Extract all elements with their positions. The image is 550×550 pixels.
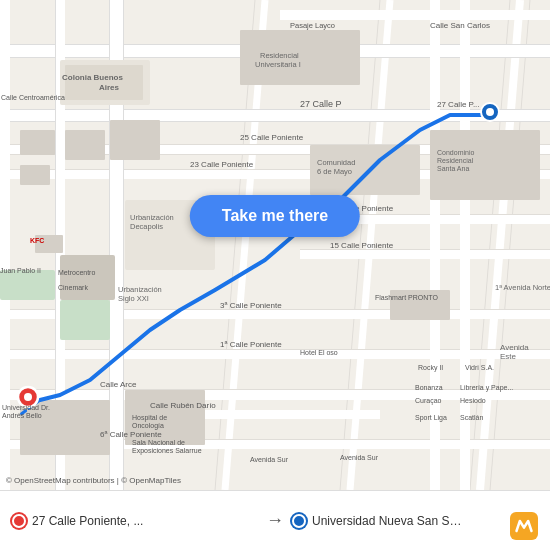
svg-text:6 de Mayo: 6 de Mayo: [317, 167, 352, 176]
svg-text:Andrés Bello: Andrés Bello: [2, 412, 42, 419]
svg-text:Residencial: Residencial: [260, 51, 299, 60]
svg-text:3ª Calle Poniente: 3ª Calle Poniente: [220, 301, 282, 310]
svg-text:Residencial: Residencial: [437, 157, 474, 164]
svg-text:Pasaje Layco: Pasaje Layco: [290, 21, 335, 30]
svg-text:Calle Rubén Darío: Calle Rubén Darío: [150, 401, 216, 410]
svg-text:Calle Arce: Calle Arce: [100, 380, 137, 389]
route-to: Universidad Nueva San Salva...: [292, 514, 538, 528]
svg-text:Calle San Carlos: Calle San Carlos: [430, 21, 490, 30]
svg-text:Santa Ana: Santa Ana: [437, 165, 469, 172]
svg-text:Sala Nacional de: Sala Nacional de: [132, 439, 185, 446]
svg-text:Bonanza: Bonanza: [415, 384, 443, 391]
svg-text:1ª Avenida Norte: 1ª Avenida Norte: [495, 283, 550, 292]
svg-point-61: [24, 393, 32, 401]
svg-text:Universidad Dr.: Universidad Dr.: [2, 404, 50, 411]
svg-text:Condominio: Condominio: [437, 149, 474, 156]
from-marker-dot: [12, 514, 26, 528]
svg-text:25 Calle Poniente: 25 Calle Poniente: [240, 133, 304, 142]
svg-text:Siglo XXI: Siglo XXI: [118, 294, 149, 303]
to-location-label: Universidad Nueva San Salva...: [312, 514, 462, 528]
svg-text:Comunidad: Comunidad: [317, 158, 355, 167]
svg-rect-48: [60, 255, 115, 300]
svg-text:Flashmart PRONTO: Flashmart PRONTO: [375, 294, 438, 301]
svg-rect-11: [280, 10, 550, 20]
svg-text:15 Calle Poniente: 15 Calle Poniente: [330, 241, 394, 250]
svg-text:6ª Calle Poniente: 6ª Calle Poniente: [100, 430, 162, 439]
svg-text:Colonia Buenos: Colonia Buenos: [62, 73, 123, 82]
svg-rect-49: [110, 120, 160, 160]
svg-text:© OpenStreetMap contributors |: © OpenStreetMap contributors | © OpenMap…: [6, 476, 181, 485]
svg-text:23 Calle Poniente: 23 Calle Poniente: [190, 160, 254, 169]
svg-rect-22: [300, 250, 550, 259]
svg-text:1ª Calle Poniente: 1ª Calle Poniente: [220, 340, 282, 349]
svg-text:Avenida Sur: Avenida Sur: [250, 456, 289, 463]
svg-text:KFC: KFC: [30, 237, 44, 244]
svg-text:Exposiciones Salarrue: Exposiciones Salarrue: [132, 447, 202, 455]
svg-text:27 Calle P: 27 Calle P: [300, 99, 342, 109]
svg-text:Juan Pablo II: Juan Pablo II: [0, 267, 41, 274]
moovit-icon: [510, 512, 538, 540]
svg-text:Scatlán: Scatlán: [460, 414, 483, 421]
svg-rect-46: [65, 130, 105, 160]
svg-text:Avenida: Avenida: [500, 343, 529, 352]
svg-text:Hospital de: Hospital de: [132, 414, 167, 422]
svg-text:Avenida Sur: Avenida Sur: [340, 454, 379, 461]
svg-text:Decapolis: Decapolis: [130, 222, 163, 231]
svg-rect-57: [0, 270, 55, 300]
take-me-there-button[interactable]: Take me there: [190, 195, 360, 237]
svg-text:Aires: Aires: [99, 83, 120, 92]
svg-text:Hesiodo: Hesiodo: [460, 397, 486, 404]
from-location-label: 27 Calle Poniente, ...: [32, 514, 143, 528]
svg-text:Urbanización: Urbanización: [130, 213, 174, 222]
svg-text:Urbanización: Urbanización: [118, 285, 162, 294]
svg-rect-44: [20, 130, 55, 155]
route-from: 27 Calle Poniente, ...: [12, 514, 258, 528]
map-container: 27 Calle P 25 Calle Poniente 23 Calle Po…: [0, 0, 550, 490]
bottom-bar: 27 Calle Poniente, ... → Universidad Nue…: [0, 490, 550, 550]
svg-text:Metrocentro: Metrocentro: [58, 269, 95, 276]
svg-text:Calle Centroamérica: Calle Centroamérica: [1, 94, 65, 101]
svg-text:Este: Este: [500, 352, 517, 361]
svg-rect-50: [240, 30, 360, 85]
svg-rect-45: [20, 165, 50, 185]
svg-text:Oncología: Oncología: [132, 422, 164, 430]
svg-point-59: [486, 108, 494, 116]
svg-text:Universitaria I: Universitaria I: [255, 60, 301, 69]
svg-rect-56: [60, 300, 110, 340]
svg-text:Vidri S.A.: Vidri S.A.: [465, 364, 494, 371]
svg-text:Librería y Pape...: Librería y Pape...: [460, 384, 513, 392]
svg-text:Sport Liga: Sport Liga: [415, 414, 447, 422]
svg-text:27 Calle P...: 27 Calle P...: [437, 100, 480, 109]
svg-text:Curaçao: Curaçao: [415, 397, 442, 405]
svg-text:Cinemark: Cinemark: [58, 284, 88, 291]
moovit-logo: [510, 512, 538, 540]
to-marker-dot: [292, 514, 306, 528]
route-arrow-icon: →: [258, 510, 292, 531]
svg-text:Rocky II: Rocky II: [418, 364, 443, 372]
svg-text:Hotel El oso: Hotel El oso: [300, 349, 338, 356]
